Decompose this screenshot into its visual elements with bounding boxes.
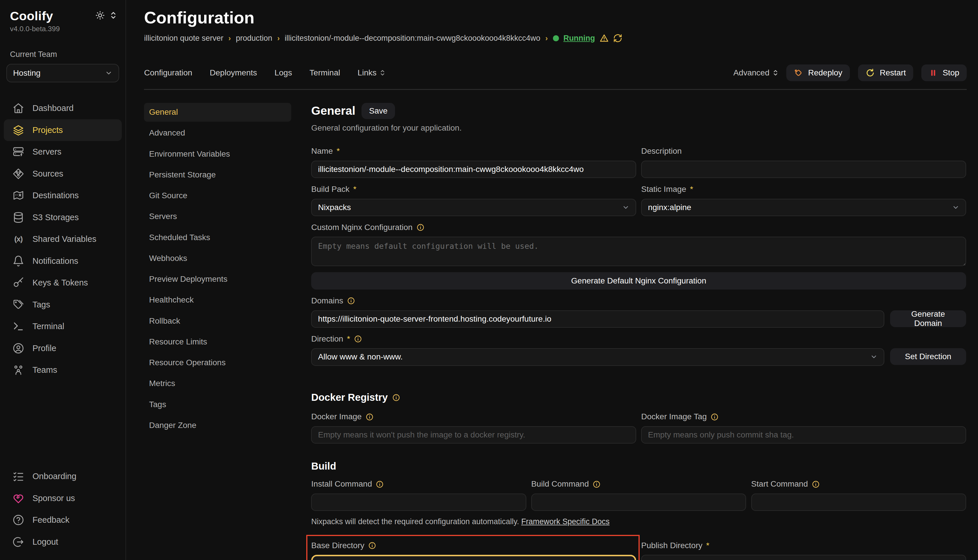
start-command-input[interactable] (751, 493, 966, 511)
sidebar-item-logout[interactable]: Logout (4, 531, 122, 553)
breadcrumb-application[interactable]: illicitestonion/-module--decomposition:m… (285, 34, 540, 43)
tab-links[interactable]: Links (358, 68, 386, 77)
sidebar-item-label: Destinations (32, 191, 79, 200)
direction-select[interactable]: Allow www & non-www. (311, 348, 884, 365)
team-select[interactable]: Hosting (7, 64, 119, 83)
subnav-persistent-storage[interactable]: Persistent Storage (144, 165, 291, 184)
custom-nginx-textarea[interactable] (311, 237, 966, 266)
build-command-input[interactable] (531, 493, 746, 511)
install-command-input[interactable] (311, 493, 526, 511)
install-command-label: Install Command (311, 479, 372, 489)
info-icon (592, 480, 601, 488)
subnav-preview-deployments[interactable]: Preview Deployments (144, 270, 291, 289)
sidebar-collapse-icon[interactable] (110, 11, 117, 19)
restart-button[interactable]: Restart (858, 65, 913, 81)
variables-icon: (x) (12, 233, 24, 245)
subnav-git-source[interactable]: Git Source (144, 187, 291, 205)
subnav-tags[interactable]: Tags (144, 395, 291, 414)
save-button[interactable]: Save (361, 103, 395, 119)
subnav-label: Servers (149, 212, 177, 221)
info-icon (368, 542, 376, 550)
generate-nginx-button[interactable]: Generate Default Nginx Configuration (311, 272, 966, 290)
advanced-label: Advanced (733, 68, 769, 77)
subnav-resource-limits[interactable]: Resource Limits (144, 333, 291, 352)
tab-label: Configuration (144, 68, 192, 77)
tab-terminal[interactable]: Terminal (309, 68, 340, 77)
base-directory-input[interactable] (311, 555, 636, 560)
docker-image-input[interactable] (311, 426, 636, 443)
refresh-icon[interactable] (613, 33, 622, 43)
tab-deployments[interactable]: Deployments (210, 68, 257, 77)
sidebar-item-onboarding[interactable]: Onboarding (4, 465, 122, 487)
sidebar-item-tags[interactable]: Tags (4, 294, 122, 315)
subnav-label: General (149, 107, 178, 117)
build-pack-label: Build Pack (311, 184, 349, 195)
sidebar-item-feedback[interactable]: Feedback (4, 509, 122, 531)
tab-logs[interactable]: Logs (274, 68, 292, 77)
sidebar-item-servers[interactable]: Servers (4, 141, 122, 163)
publish-directory-input[interactable] (641, 555, 966, 560)
subnav-servers[interactable]: Servers (144, 207, 291, 226)
subnav-environment-variables[interactable]: Environment Variables (144, 145, 291, 163)
sidebar-item-projects[interactable]: Projects (4, 119, 122, 141)
sidebar-item-sponsor-us[interactable]: Sponsor us (4, 487, 122, 509)
subnav-general[interactable]: General (144, 103, 291, 122)
subnav-rollback[interactable]: Rollback (144, 312, 291, 330)
static-image-select[interactable]: nginx:alpine (641, 199, 966, 216)
build-pack-select[interactable]: Nixpacks (311, 199, 636, 216)
toolbar: Advanced Redeploy Restart (733, 65, 967, 81)
subnav-webhooks[interactable]: Webhooks (144, 249, 291, 268)
tab-label: Links (358, 68, 376, 77)
subnav-resource-operations[interactable]: Resource Operations (144, 353, 291, 372)
sidebar-item-sources[interactable]: Sources (4, 163, 122, 185)
users-icon (12, 364, 24, 376)
sidebar-item-dashboard[interactable]: Dashboard (4, 97, 122, 119)
sidebar-item-destinations[interactable]: Destinations (4, 185, 122, 206)
database-icon (12, 212, 24, 223)
set-direction-button[interactable]: Set Direction (890, 348, 966, 365)
subnav-scheduled-tasks[interactable]: Scheduled Tasks (144, 228, 291, 247)
restart-label: Restart (880, 68, 906, 77)
subnav-label: Advanced (149, 128, 185, 138)
sidebar-item-label: Logout (32, 537, 58, 547)
theme-sun-icon[interactable] (95, 11, 105, 20)
redeploy-button[interactable]: Redeploy (786, 65, 850, 81)
breadcrumb-project[interactable]: illicitonion quote server (144, 34, 223, 43)
description-input[interactable] (641, 161, 966, 178)
advanced-menu[interactable]: Advanced (733, 68, 778, 77)
sidebar-item-profile[interactable]: Profile (4, 338, 122, 359)
build-heading: Build (311, 461, 966, 472)
subnav-advanced[interactable]: Advanced (144, 124, 291, 142)
sidebar-item-notifications[interactable]: Notifications (4, 250, 122, 272)
sidebar-item-keys-tokens[interactable]: Keys & Tokens (4, 272, 122, 293)
sidebar-footer-nav: Onboarding Sponsor us Feedback Logout (0, 465, 125, 553)
subnav-label: Environment Variables (149, 149, 230, 158)
breadcrumb-environment[interactable]: production (236, 34, 273, 43)
subnav-label: Healthcheck (149, 295, 194, 305)
stop-button[interactable]: Stop (921, 65, 967, 81)
docker-registry-title: Docker Registry (311, 392, 388, 403)
stop-icon (929, 68, 938, 77)
name-input[interactable] (311, 161, 636, 178)
status-badge: Running (553, 33, 623, 43)
docker-image-tag-input[interactable] (641, 426, 966, 443)
sidebar-item-teams[interactable]: Teams (4, 359, 122, 381)
tab-configuration[interactable]: Configuration (144, 68, 192, 77)
sidebar-item-s3-storages[interactable]: S3 Storages (4, 207, 122, 228)
subnav-danger-zone[interactable]: Danger Zone (144, 416, 291, 435)
sidebar-item-label: Keys & Tokens (32, 278, 88, 288)
framework-docs-link[interactable]: Framework Specific Docs (521, 517, 610, 526)
chevron-up-down-icon (379, 69, 385, 76)
status-label[interactable]: Running (563, 34, 595, 43)
generate-domain-button[interactable]: Generate Domain (890, 310, 966, 327)
sidebar-item-terminal[interactable]: Terminal (4, 315, 122, 337)
subnav-metrics[interactable]: Metrics (144, 374, 291, 393)
server-icon (12, 146, 24, 158)
domains-input[interactable] (311, 310, 884, 328)
build-command-field: Build Command (531, 479, 746, 511)
subnav-healthcheck[interactable]: Healthcheck (144, 291, 291, 310)
sidebar-item-shared-variables[interactable]: (x) Shared Variables (4, 228, 122, 250)
warning-icon (600, 33, 609, 43)
chevron-down-icon (622, 204, 630, 211)
page-title: Configuration (144, 8, 967, 27)
